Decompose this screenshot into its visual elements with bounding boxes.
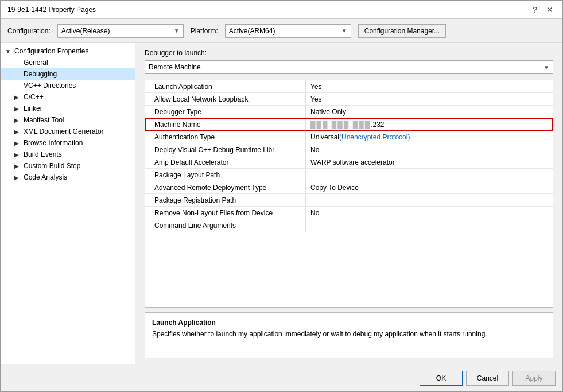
prop-name-9: Package Registration Path <box>145 194 306 206</box>
prop-name-2: Debugger Type <box>145 106 306 118</box>
debugger-dropdown[interactable]: Remote Machine ▼ <box>145 60 553 74</box>
platform-value: Active(ARM64) <box>229 27 275 35</box>
sidebar-item-7[interactable]: ▶XML Document Generator <box>1 126 135 137</box>
sidebar-item-8[interactable]: ▶Browse Information <box>1 137 135 149</box>
sidebar-item-10[interactable]: ▶Custom Build Step <box>1 160 135 172</box>
platform-label: Platform: <box>191 27 218 35</box>
prop-row-1[interactable]: Allow Local Network LoopbackYes <box>145 93 553 106</box>
sidebar-arrow-5: ▶ <box>14 106 21 112</box>
prop-name-6: Amp Default Accelerator <box>145 156 306 168</box>
sidebar-arrow-7: ▶ <box>14 129 21 135</box>
sidebar-label-0: Configuration Properties <box>14 47 88 55</box>
prop-value-6: WARP software accelerator <box>306 156 553 168</box>
prop-row-5[interactable]: Deploy Visual C++ Debug Runtime LibrNo <box>145 143 553 156</box>
debugger-dropdown-arrow: ▼ <box>543 64 549 71</box>
prop-value-4: Universal (Unencrypted Protocol) <box>306 131 553 143</box>
sidebar-arrow-11: ▶ <box>14 174 21 181</box>
prop-row-6[interactable]: Amp Default AcceleratorWARP software acc… <box>145 156 553 169</box>
debugger-label: Debugger to launch: <box>145 49 553 57</box>
sidebar-label-11: Code Analysis <box>24 173 67 181</box>
prop-name-5: Deploy Visual C++ Debug Runtime Libr <box>145 143 306 156</box>
sidebar-item-11[interactable]: ▶Code Analysis <box>1 172 135 183</box>
prop-row-10[interactable]: Remove Non-Layout Files from DeviceNo <box>145 207 553 219</box>
help-button[interactable]: ? <box>530 5 539 14</box>
property-pages-dialog: 19-9e1-1442 Property Pages ? ✕ Configura… <box>0 0 563 392</box>
platform-dropdown[interactable]: Active(ARM64) ▼ <box>225 24 351 38</box>
prop-row-0[interactable]: Launch ApplicationYes <box>145 80 553 93</box>
prop-value-2: Native Only <box>306 106 553 118</box>
cancel-button[interactable]: Cancel <box>466 371 509 386</box>
sidebar-label-1: General <box>24 59 48 67</box>
right-panel: Debugger to launch: Remote Machine ▼ Lau… <box>135 43 562 364</box>
configuration-value: Active(Release) <box>61 27 110 35</box>
sidebar-item-1[interactable]: General <box>1 57 135 68</box>
footer: OK Cancel Apply <box>1 364 562 391</box>
prop-value-9 <box>306 194 553 206</box>
sidebar-label-4: C/C++ <box>24 93 44 101</box>
debugger-dropdown-row: Remote Machine ▼ <box>145 60 553 74</box>
config-dropdown-arrow: ▼ <box>174 28 180 34</box>
prop-row-4[interactable]: Authentication TypeUniversal (Unencrypte… <box>145 131 553 143</box>
sidebar-item-4[interactable]: ▶C/C++ <box>1 91 135 103</box>
prop-name-8: Advanced Remote Deployment Type <box>145 181 306 193</box>
prop-name-0: Launch Application <box>145 80 306 92</box>
prop-value-8: Copy To Device <box>306 181 553 193</box>
prop-value-1: Yes <box>306 93 553 105</box>
sidebar-label-3: VC++ Directories <box>24 81 76 90</box>
main-content: ▼Configuration PropertiesGeneralDebuggin… <box>1 43 562 364</box>
prop-row-3[interactable]: Machine Name███.███.███.232 <box>145 118 553 131</box>
prop-value-5: No <box>306 143 553 156</box>
description-title: Launch Application <box>152 319 546 327</box>
prop-name-11: Command Line Arguments <box>145 219 306 232</box>
sidebar-arrow-10: ▶ <box>14 163 21 169</box>
prop-value-0: Yes <box>306 80 553 92</box>
sidebar-arrow-4: ▶ <box>14 94 21 100</box>
prop-name-10: Remove Non-Layout Files from Device <box>145 207 306 219</box>
prop-value-3: ███.███.███.232 <box>306 118 553 130</box>
description-panel: Launch Application Specifies whether to … <box>145 312 553 358</box>
apply-button[interactable]: Apply <box>512 371 556 386</box>
prop-row-8[interactable]: Advanced Remote Deployment TypeCopy To D… <box>145 181 553 194</box>
config-row: Configuration: Active(Release) ▼ Platfor… <box>1 19 562 43</box>
prop-row-11[interactable]: Command Line Arguments <box>145 219 553 232</box>
properties-table: Launch ApplicationYesAllow Local Network… <box>145 80 553 308</box>
prop-name-7: Package Layout Path <box>145 169 306 181</box>
prop-row-9[interactable]: Package Registration Path <box>145 194 553 207</box>
sidebar-arrow-6: ▶ <box>14 117 21 123</box>
ok-button[interactable]: OK <box>420 371 463 386</box>
close-button[interactable]: ✕ <box>544 5 556 14</box>
prop-name-4: Authentication Type <box>145 131 306 143</box>
sidebar-label-8: Browse Information <box>24 139 83 147</box>
configuration-label: Configuration: <box>7 27 51 35</box>
sidebar-item-5[interactable]: ▶Linker <box>1 103 135 114</box>
prop-value-11 <box>306 219 553 232</box>
sidebar-item-9[interactable]: ▶Build Events <box>1 149 135 160</box>
dialog-title: 19-9e1-1442 Property Pages <box>7 6 96 14</box>
prop-value-7 <box>306 169 553 181</box>
title-bar: 19-9e1-1442 Property Pages ? ✕ <box>1 1 562 19</box>
sidebar-item-2[interactable]: Debugging <box>1 68 135 80</box>
sidebar-item-6[interactable]: ▶Manifest Tool <box>1 114 135 126</box>
sidebar-label-6: Manifest Tool <box>24 116 64 124</box>
title-bar-controls: ? ✕ <box>530 5 556 14</box>
description-text: Specifies whether to launch my applicati… <box>152 330 546 338</box>
sidebar-label-10: Custom Build Step <box>24 162 80 170</box>
prop-name-1: Allow Local Network Loopback <box>145 93 306 105</box>
prop-name-3: Machine Name <box>145 118 306 130</box>
configuration-dropdown[interactable]: Active(Release) ▼ <box>57 24 184 38</box>
prop-row-7[interactable]: Package Layout Path <box>145 169 553 181</box>
sidebar-arrow-0: ▼ <box>5 48 12 55</box>
sidebar-label-2: Debugging <box>24 70 57 78</box>
sidebar-arrow-8: ▶ <box>14 140 21 146</box>
sidebar-item-3[interactable]: VC++ Directories <box>1 80 135 91</box>
configuration-manager-button[interactable]: Configuration Manager... <box>358 24 446 38</box>
debugger-value: Remote Machine <box>149 63 201 71</box>
sidebar-arrow-9: ▶ <box>14 152 21 158</box>
sidebar-item-0[interactable]: ▼Configuration Properties <box>1 45 135 57</box>
sidebar-label-5: Linker <box>24 104 42 112</box>
prop-row-2[interactable]: Debugger TypeNative Only <box>145 106 553 118</box>
sidebar-label-9: Build Events <box>24 150 62 158</box>
platform-dropdown-arrow: ▼ <box>341 28 347 34</box>
sidebar-label-7: XML Document Generator <box>24 127 104 135</box>
sidebar: ▼Configuration PropertiesGeneralDebuggin… <box>1 43 135 364</box>
